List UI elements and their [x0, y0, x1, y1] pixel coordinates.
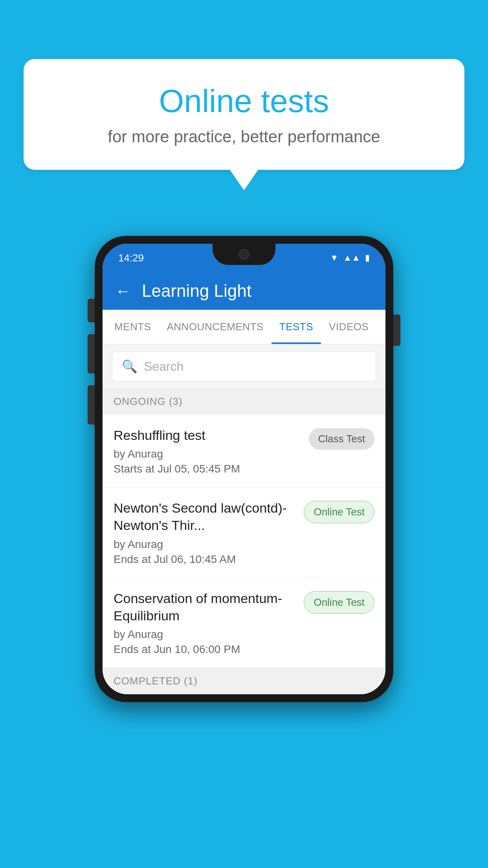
test-item-reshuffling[interactable]: Reshuffling test by Anurag Starts at Jul… — [103, 415, 385, 487]
search-placeholder-text: Search — [144, 359, 183, 374]
ongoing-label: ONGOING (3) — [114, 395, 183, 407]
back-button[interactable]: ← — [115, 282, 131, 300]
power-button — [393, 314, 400, 346]
ongoing-section-header: ONGOING (3) — [103, 388, 385, 415]
signal-icon: ▲▲ — [343, 253, 360, 263]
test-name-reshuffling: Reshuffling test — [114, 427, 301, 444]
test-item-conservation[interactable]: Conservation of momentum-Equilibrium by … — [103, 578, 385, 668]
badge-online-test-conservation: Online Test — [304, 591, 374, 614]
test-time-newton: Ends at Jul 06, 10:45 AM — [114, 553, 296, 566]
test-info-reshuffling: Reshuffling test by Anurag Starts at Jul… — [114, 427, 301, 475]
app-title: Learning Light — [142, 281, 251, 301]
status-icons: ▼ ▲▲ ▮ — [330, 253, 370, 263]
status-bar: 14:29 ▼ ▲▲ ▮ — [103, 244, 385, 272]
speech-bubble: Online tests for more practice, better p… — [24, 59, 464, 170]
wifi-icon: ▼ — [330, 253, 339, 263]
battery-icon: ▮ — [365, 253, 370, 263]
phone-screen: 14:29 ▼ ▲▲ ▮ ← Learning Light MENTS — [103, 244, 385, 694]
app-header: ← Learning Light — [103, 272, 385, 310]
tab-ments[interactable]: MENTS — [106, 310, 159, 344]
search-container: 🔍 Search — [103, 344, 385, 388]
search-bar[interactable]: 🔍 Search — [112, 351, 376, 381]
test-item-newton[interactable]: Newton's Second law(contd)-Newton's Thir… — [103, 487, 385, 577]
completed-section-header: COMPLETED (1) — [103, 668, 385, 694]
bubble-title: Online tests — [55, 83, 433, 120]
test-author-conservation: by Anurag — [114, 628, 296, 641]
test-time-conservation: Ends at Jun 10, 06:00 PM — [114, 643, 296, 656]
completed-label: COMPLETED (1) — [114, 675, 198, 687]
test-info-newton: Newton's Second law(contd)-Newton's Thir… — [114, 499, 296, 565]
tab-tests[interactable]: TESTS — [272, 310, 321, 344]
badge-class-test: Class Test — [309, 428, 374, 450]
search-icon: 🔍 — [122, 359, 138, 374]
phone-outer: 14:29 ▼ ▲▲ ▮ ← Learning Light MENTS — [95, 236, 393, 702]
test-info-conservation: Conservation of momentum-Equilibrium by … — [114, 590, 296, 656]
tabs-bar: MENTS ANNOUNCEMENTS TESTS VIDEOS — [103, 310, 385, 344]
vol-down-button — [88, 385, 95, 425]
speech-bubble-wrapper: Online tests for more practice, better p… — [24, 59, 464, 190]
bubble-tail — [230, 170, 258, 190]
phone-wrapper: 14:29 ▼ ▲▲ ▮ ← Learning Light MENTS — [95, 236, 393, 702]
test-author-newton: by Anurag — [114, 538, 296, 551]
tab-videos[interactable]: VIDEOS — [321, 310, 376, 344]
test-name-newton: Newton's Second law(contd)-Newton's Thir… — [114, 499, 296, 534]
phone-notch — [213, 244, 275, 265]
test-time-reshuffling: Starts at Jul 05, 05:45 PM — [114, 463, 301, 475]
tab-announcements[interactable]: ANNOUNCEMENTS — [159, 310, 272, 344]
badge-online-test-newton: Online Test — [304, 501, 374, 523]
silent-button — [88, 299, 95, 322]
test-author-reshuffling: by Anurag — [114, 448, 301, 460]
front-camera — [238, 249, 250, 260]
status-time: 14:29 — [118, 252, 144, 264]
vol-up-button — [88, 334, 95, 373]
test-name-conservation: Conservation of momentum-Equilibrium — [114, 590, 296, 624]
bubble-subtitle: for more practice, better performance — [55, 127, 433, 146]
